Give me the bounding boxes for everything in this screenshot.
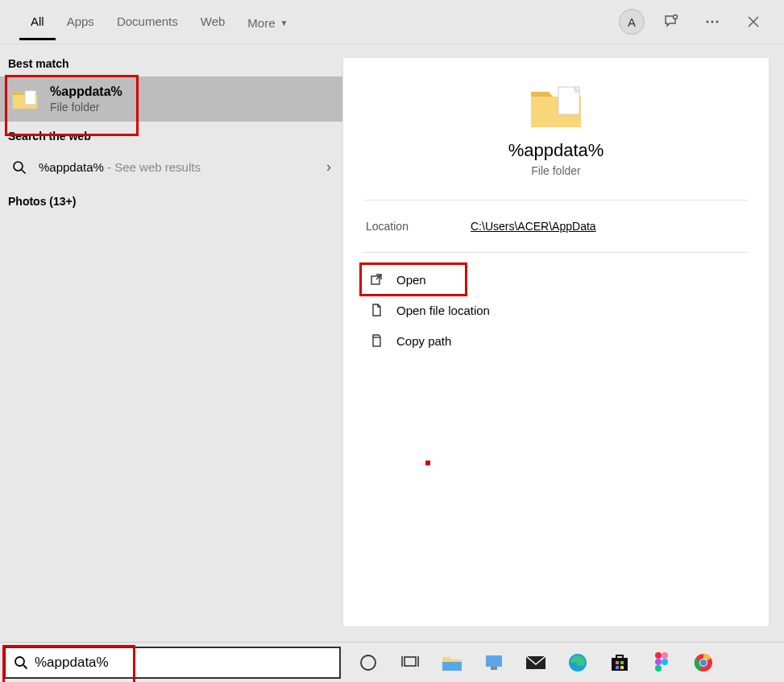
svg-rect-4 [25,91,36,105]
tabs-row: All Apps Documents Web More ▼ A [0,0,784,44]
svg-point-0 [674,15,678,19]
tab-web[interactable]: Web [189,3,237,40]
action-open-location-label: Open file location [396,304,490,317]
best-match-label: Best match [0,57,342,76]
web-suffix: - See web results [104,160,201,174]
svg-rect-14 [491,667,497,670]
best-match-text: %appdata% File folder [50,85,122,114]
file-location-icon [369,303,384,317]
more-options-icon[interactable] [698,7,727,36]
tab-more[interactable]: More ▼ [236,3,299,40]
svg-rect-18 [616,661,619,664]
web-result-item[interactable]: %appdata% - See web results › [0,149,342,185]
svg-rect-19 [620,661,624,664]
tab-apps[interactable]: Apps [56,3,106,40]
chevron-right-icon: › [326,159,331,176]
chevron-down-icon: ▼ [280,19,288,27]
folder-icon [528,82,584,130]
svg-point-5 [14,162,23,171]
preview-header: %appdata% File folder [364,82,748,200]
svg-point-2 [711,21,714,23]
location-row: Location C:\Users\ACER\AppData [364,200,748,253]
svg-point-1 [707,21,709,23]
photos-label[interactable]: Photos (13+) [0,185,342,217]
task-icons [351,645,721,680]
svg-rect-17 [612,658,628,671]
search-input[interactable] [35,655,331,671]
svg-rect-12 [442,662,462,671]
location-label: Location [366,220,471,233]
search-web-label: Search the web [0,130,342,149]
action-copy-path[interactable]: Copy path [364,325,748,356]
tab-more-label: More [247,16,275,30]
search-panel: All Apps Documents Web More ▼ A [0,0,784,642]
feedback-icon[interactable] [657,7,686,36]
chrome-icon[interactable] [686,645,721,680]
svg-point-29 [700,659,707,666]
microsoft-store-icon[interactable] [602,645,637,680]
web-query: %appdata% [39,160,104,174]
search-icon [11,159,27,176]
svg-rect-21 [620,666,624,669]
actions-list: Open Open file location Copy path [364,253,748,367]
svg-rect-11 [404,657,416,666]
mail-icon[interactable] [518,645,554,680]
results-column: Best match %appdata% File folder Search … [0,44,342,642]
svg-rect-20 [616,666,619,669]
cortana-icon[interactable] [351,645,386,680]
svg-point-10 [361,655,375,670]
folder-icon [11,88,39,110]
preview-subtitle: File folder [531,164,580,177]
svg-point-26 [655,665,662,672]
preview-pane: %appdata% File folder Location C:\Users\… [342,57,769,627]
svg-point-25 [662,659,668,665]
tab-documents[interactable]: Documents [106,3,189,40]
taskbar [0,642,784,682]
action-open-location[interactable]: Open file location [364,295,748,325]
location-value[interactable]: C:\Users\ACER\AppData [471,220,596,233]
open-external-icon [369,272,384,287]
app-icon-1[interactable] [476,645,512,680]
content-row: Best match %appdata% File folder Search … [0,44,784,642]
user-avatar[interactable]: A [619,9,645,35]
action-copy-path-label: Copy path [396,334,451,348]
tab-all[interactable]: All [19,3,56,40]
svg-point-3 [716,21,719,23]
figma-icon[interactable] [644,645,679,680]
edge-icon[interactable] [560,645,595,680]
file-explorer-icon[interactable] [434,645,470,680]
best-match-subtitle: File folder [50,101,122,114]
svg-rect-13 [486,655,502,667]
copy-icon [369,333,384,348]
web-result-text: %appdata% - See web results [39,160,201,174]
best-match-title: %appdata% [50,85,122,99]
close-icon[interactable] [739,7,768,36]
svg-point-22 [655,652,662,659]
task-view-icon[interactable] [392,645,428,680]
best-match-item[interactable]: %appdata% File folder [0,76,342,122]
search-icon [14,655,28,670]
tabs: All Apps Documents Web More ▼ [0,3,299,40]
action-open[interactable]: Open [364,264,748,295]
preview-title: %appdata% [508,140,604,161]
svg-point-23 [662,652,668,659]
svg-point-9 [15,657,24,666]
taskbar-search-box[interactable] [4,647,341,679]
tabs-right: A [619,7,784,36]
svg-rect-8 [373,337,380,346]
annotation-dot [425,461,430,465]
action-open-label: Open [396,273,426,287]
svg-point-24 [655,659,662,665]
